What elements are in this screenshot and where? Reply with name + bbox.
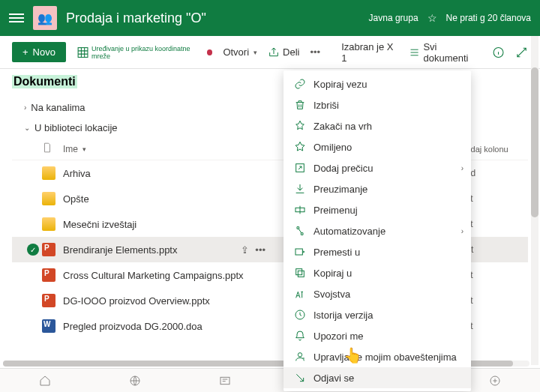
selection-count: Izabran je X 1	[341, 41, 398, 64]
menu-item-move[interactable]: Premesti u	[284, 241, 471, 262]
more-button[interactable]: •••	[310, 46, 320, 58]
manage-icon	[294, 351, 306, 363]
grid-edit-button[interactable]: Uređivanje u prikazu koordinatne mreže	[76, 45, 212, 60]
star-icon: ☆	[428, 12, 437, 24]
menu-item-label: Kopiraj vezu	[314, 79, 368, 90]
chevron-right-icon: ›	[24, 103, 26, 112]
chevron-down-icon: ▾	[254, 49, 257, 56]
row-selector[interactable]: ✓	[24, 244, 42, 256]
menu-item-label: Upravljanje mojim obaveštenjima	[314, 352, 457, 363]
file-type-icon	[42, 268, 63, 282]
context-menu: Kopiraj vezuIzbrišiZakači na vrhOmiljeno…	[284, 70, 471, 391]
menu-item-label: Istorija verzija	[314, 310, 373, 321]
more-row-icon[interactable]: •••	[255, 244, 266, 256]
name-column-label: Ime	[63, 144, 78, 154]
file-type-icon	[42, 319, 63, 333]
menu-item-props[interactable]: Svojstva	[284, 283, 471, 304]
view-label: Svi dokumenti	[423, 41, 481, 64]
library-heading-text: Dokumenti	[12, 75, 77, 88]
menu-item-label: Omiljeno	[314, 142, 352, 153]
follow-members-label[interactable]: Ne prati g 20 članova	[446, 13, 531, 23]
chevron-right-icon: ›	[461, 227, 464, 235]
svg-rect-10	[220, 377, 230, 384]
file-type-icon	[42, 166, 63, 180]
open-label: Otvori	[223, 46, 249, 58]
menu-item-alert[interactable]: Upozori me	[284, 325, 471, 346]
menu-item-label: Svojstva	[314, 289, 350, 300]
new-button-label: Novo	[33, 46, 56, 58]
menu-item-pin[interactable]: Zakači na vrh	[284, 115, 471, 136]
history-icon	[294, 309, 306, 321]
file-type-icon	[42, 217, 63, 231]
file-type-icon	[42, 294, 63, 307]
menu-item-trash[interactable]: Izbriši	[284, 94, 471, 115]
menu-item-history[interactable]: Istorija verzija	[284, 304, 471, 325]
svg-rect-4	[296, 249, 302, 255]
check-icon: ✓	[27, 244, 39, 256]
svg-point-8	[298, 353, 302, 357]
copy-icon	[294, 267, 306, 279]
svg-rect-5	[298, 271, 304, 277]
command-bar: + Novo Uređivanje u prikazu koordinatne …	[0, 36, 540, 69]
hamburger-menu-icon[interactable]	[9, 13, 24, 22]
section-library-label: U biblioteci lokacije	[34, 122, 118, 133]
chevron-down-icon: ▾	[82, 145, 86, 153]
site-title: Prodaja i marketing "O"	[66, 10, 369, 26]
menu-item-flow[interactable]: Automatizovanje›	[284, 220, 471, 241]
expand-icon[interactable]	[515, 46, 528, 59]
file-type-icon	[42, 243, 63, 256]
menu-item-link[interactable]: Kopiraj vezu	[284, 73, 471, 94]
trash-icon	[294, 99, 306, 111]
group-type-label: Javna grupa	[369, 13, 418, 23]
menu-item-label: Automatizovanje	[314, 226, 386, 237]
star-icon	[294, 141, 306, 153]
menu-item-label: Premesti u	[314, 247, 360, 258]
share-row-icon[interactable]: ⇪	[241, 244, 249, 256]
site-header: 👥 Prodaja i marketing "O" Javna grupa ☆ …	[0, 0, 540, 36]
grid-edit-label: Uređivanje u prikazu koordinatne mreže	[92, 45, 205, 60]
menu-item-shortcut[interactable]: Dodaj prečicu›	[284, 157, 471, 178]
flow-icon	[294, 225, 306, 237]
menu-item-manage[interactable]: Upravljanje mojim obaveštenjima	[284, 346, 471, 367]
menu-item-label: Dodaj prečicu	[314, 163, 374, 174]
checkout-icon	[294, 372, 306, 384]
move-icon	[294, 246, 306, 258]
rename-icon	[294, 204, 306, 216]
info-icon[interactable]	[492, 46, 505, 59]
globe-icon[interactable]	[129, 375, 141, 387]
news-icon[interactable]	[219, 375, 231, 387]
menu-item-rename[interactable]: Preimenuj	[284, 199, 471, 220]
menu-item-copy[interactable]: Kopiraj u	[284, 262, 471, 283]
open-button[interactable]: Otvori ▾	[223, 46, 257, 58]
section-channels-label: Na kanalima	[31, 102, 85, 113]
menu-item-label: Upozori me	[314, 331, 363, 342]
view-selector[interactable]: Svi dokumenti	[409, 41, 482, 64]
add-nav-icon[interactable]	[489, 375, 501, 387]
share-button[interactable]: Deli	[268, 46, 299, 58]
file-type-column[interactable]	[42, 142, 63, 155]
svg-rect-0	[78, 47, 88, 57]
svg-rect-6	[296, 269, 302, 275]
share-label: Deli	[283, 46, 299, 58]
menu-item-label: Preimenuj	[314, 205, 358, 216]
alert-icon	[294, 330, 306, 342]
shortcut-icon	[294, 162, 306, 174]
menu-item-label: Odjavi se	[314, 373, 354, 384]
menu-item-checkout[interactable]: Odjavi se	[284, 367, 471, 388]
menu-item-label: Izbriši	[314, 100, 339, 111]
share-icon	[268, 46, 280, 58]
list-icon	[409, 46, 420, 58]
file-type-icon	[42, 192, 63, 205]
site-logo: 👥	[33, 6, 57, 30]
download-icon	[294, 183, 306, 195]
menu-item-download[interactable]: Preuzimanje	[284, 178, 471, 199]
vertical-scrollbar-thumb[interactable]	[531, 67, 538, 217]
new-button[interactable]: + Novo	[12, 42, 66, 62]
document-icon	[42, 142, 52, 153]
chevron-right-icon: ›	[461, 164, 464, 172]
grid-icon	[76, 46, 89, 59]
plus-icon: +	[22, 46, 28, 58]
menu-item-star[interactable]: Omiljeno	[284, 136, 471, 157]
home-icon[interactable]	[39, 375, 51, 387]
menu-item-label: Zakači na vrh	[314, 121, 372, 132]
